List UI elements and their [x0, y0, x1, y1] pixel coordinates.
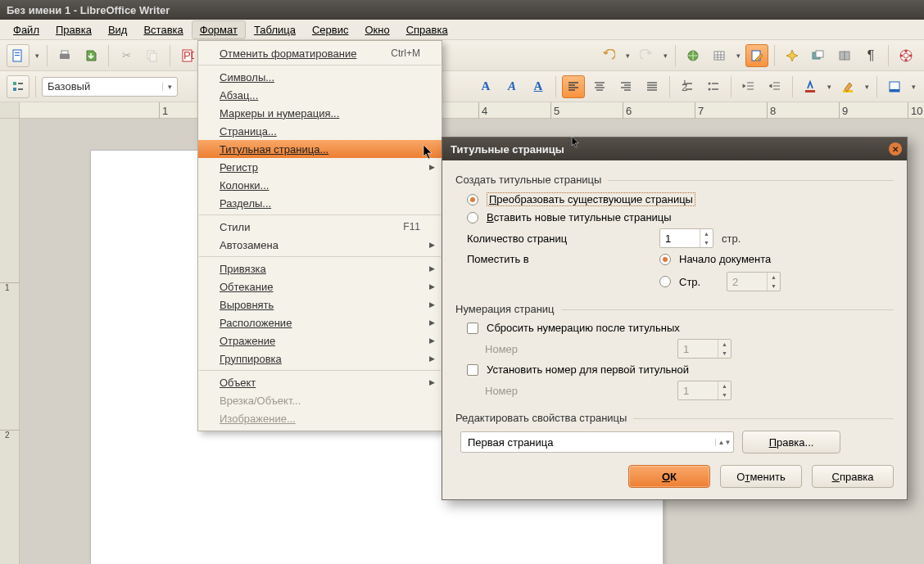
cancel-button[interactable]: Отменить — [720, 465, 802, 488]
copy-button[interactable] — [141, 44, 164, 67]
align-right-button[interactable] — [614, 75, 637, 98]
fieldset-page-numbering: Нумерация страниц Сбросить нумерацию пос… — [455, 300, 894, 400]
gallery-button[interactable] — [807, 44, 830, 67]
align-justify-icon — [645, 80, 659, 93]
styles-list-button[interactable] — [7, 75, 29, 98]
title-pages-dialog: Титульные страницы ✕ Создать титульные с… — [442, 137, 908, 500]
separator — [774, 45, 775, 66]
table-button[interactable] — [708, 44, 731, 67]
mi-character[interactable]: Символы... — [198, 68, 442, 86]
menu-tools[interactable]: Сервис — [304, 20, 357, 39]
align-center-button[interactable] — [588, 75, 611, 98]
hyperlink-button[interactable] — [682, 44, 704, 67]
print-button[interactable] — [53, 44, 76, 67]
underline-button[interactable]: А — [527, 75, 550, 98]
cut-button[interactable]: ✂ — [115, 44, 138, 67]
radio-convert-existing[interactable] — [467, 194, 478, 205]
radio-doc-start[interactable] — [659, 254, 671, 265]
menu-table[interactable]: Таблица — [246, 20, 304, 39]
page-style-dropdown[interactable]: ▲▼ — [715, 439, 733, 446]
menu-help[interactable]: Справка — [398, 20, 456, 39]
mi-case[interactable]: Регистр▶ — [198, 158, 442, 176]
radio-page-number[interactable] — [659, 276, 671, 287]
help-dialog-button[interactable]: Справка — [812, 465, 894, 488]
font-color-button[interactable] — [799, 75, 822, 98]
mi-page[interactable]: Страница... — [198, 122, 442, 140]
italic-button[interactable]: А — [500, 75, 523, 98]
paragraph-bg-dropdown[interactable]: ▾ — [909, 83, 917, 91]
horizontal-ruler[interactable]: 1 4 5 6 7 8 9 10 — [0, 102, 924, 119]
check-reset-numbering[interactable] — [467, 323, 478, 334]
dialog-close-button[interactable]: ✕ — [889, 142, 902, 156]
mi-clear-formatting[interactable]: Отменить форматирование Ctrl+M — [198, 44, 442, 62]
align-justify-button[interactable] — [641, 75, 664, 98]
mi-bullets[interactable]: Маркеры и нумерация... — [198, 104, 442, 122]
gallery-icon — [812, 49, 825, 62]
decrease-indent-button[interactable] — [737, 75, 760, 98]
menu-edit[interactable]: Правка — [48, 20, 100, 39]
ok-button[interactable]: ОК — [628, 465, 710, 488]
highlight-dropdown[interactable]: ▾ — [863, 83, 871, 91]
bold-button[interactable]: A — [474, 75, 497, 98]
mi-flip[interactable]: Отражение▶ — [198, 332, 442, 350]
menu-view[interactable]: Вид — [100, 20, 136, 39]
mi-arrange[interactable]: Расположение▶ — [198, 314, 442, 332]
mi-wrap[interactable]: Обтекание▶ — [198, 277, 442, 296]
save-button[interactable] — [79, 44, 102, 67]
mi-columns[interactable]: Колонки... — [198, 176, 442, 194]
paragraph-bg-button[interactable] — [883, 75, 906, 98]
mi-align[interactable]: Выровнять▶ — [198, 296, 442, 314]
page-style-combo[interactable]: Первая страница ▲▼ — [460, 431, 734, 453]
data-sources-button[interactable] — [833, 44, 856, 67]
new-doc-button[interactable] — [7, 44, 29, 67]
paragraph-style-combo[interactable]: Базовый ▾ — [42, 77, 178, 97]
page-color-icon — [888, 80, 901, 93]
dialog-titlebar[interactable]: Титульные страницы ✕ — [442, 138, 907, 160]
mi-sections[interactable]: Разделы... — [198, 194, 442, 212]
export-pdf-button[interactable]: PDF — [176, 44, 199, 67]
svg-point-23 — [709, 88, 711, 90]
submenu-arrow-icon: ▶ — [429, 282, 435, 291]
table-dropdown[interactable]: ▾ — [734, 52, 742, 60]
mi-autocorrect[interactable]: Автозамена▶ — [198, 236, 442, 254]
page-count-spinner[interactable]: ▲▼ — [659, 228, 713, 248]
mi-frame: Врезка/Объект... — [198, 391, 442, 409]
bullet-list-button[interactable] — [702, 75, 725, 98]
pencil-page-icon — [750, 49, 763, 62]
redo-dropdown[interactable]: ▾ — [661, 52, 669, 60]
mi-object[interactable]: Объект▶ — [198, 373, 442, 391]
paragraph-style-dropdown[interactable]: ▾ — [162, 83, 177, 91]
vertical-ruler[interactable]: 1 2 — [0, 119, 20, 564]
radio-insert-label: ставить новые титульные страницы — [494, 211, 672, 223]
new-doc-dropdown[interactable]: ▾ — [33, 52, 41, 60]
radio-insert-new[interactable] — [467, 212, 478, 223]
page-count-input[interactable] — [660, 229, 700, 247]
menu-format[interactable]: Формат — [192, 20, 246, 39]
edit-mode-button[interactable] — [745, 44, 768, 67]
menu-file[interactable]: Файл — [5, 20, 48, 39]
separator — [675, 45, 676, 66]
edit-page-style-button[interactable]: Правка... — [742, 431, 840, 453]
highlight-button[interactable] — [836, 75, 859, 98]
mi-group[interactable]: Группировка▶ — [198, 350, 442, 368]
font-color-dropdown[interactable]: ▾ — [825, 83, 833, 91]
mi-anchor[interactable]: Привязка▶ — [198, 259, 442, 277]
menu-window[interactable]: Окно — [356, 20, 397, 39]
nonprinting-button[interactable]: ¶ — [859, 44, 882, 67]
redo-button[interactable] — [635, 44, 658, 67]
dialog-title: Титульные страницы — [451, 143, 564, 156]
increase-indent-button[interactable] — [763, 75, 786, 98]
mi-paragraph[interactable]: Абзац... — [198, 86, 442, 104]
undo-icon — [602, 49, 615, 62]
undo-button[interactable] — [597, 44, 620, 67]
undo-dropdown[interactable]: ▾ — [623, 52, 632, 60]
mi-title-page[interactable]: Титульная страница... — [198, 140, 442, 158]
help-button[interactable] — [895, 44, 917, 67]
mi-styles[interactable]: СтилиF11 — [198, 218, 442, 236]
navigator-button[interactable] — [781, 44, 804, 67]
legend-numbering: Нумерация страниц — [455, 303, 561, 315]
menu-insert[interactable]: Вставка — [135, 20, 191, 39]
align-left-button[interactable] — [562, 75, 585, 98]
numbered-list-button[interactable]: 12 — [676, 75, 699, 98]
check-set-first-number[interactable] — [467, 364, 478, 376]
